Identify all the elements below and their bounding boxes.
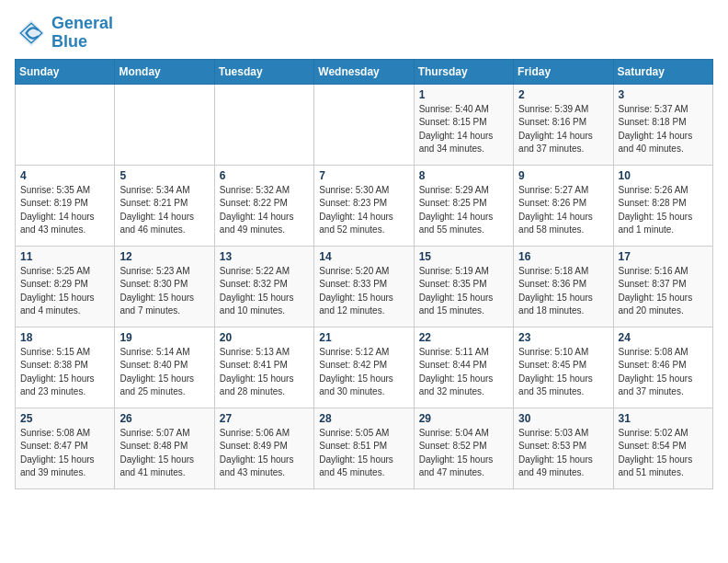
calendar-cell: 5Sunrise: 5:34 AMSunset: 8:21 PMDaylight…	[115, 165, 214, 246]
day-number: 15	[419, 250, 508, 263]
day-number: 14	[319, 250, 408, 263]
calendar-cell	[314, 84, 414, 165]
calendar-cell: 30Sunrise: 5:03 AMSunset: 8:53 PMDayligh…	[514, 408, 613, 488]
calendar-cell: 12Sunrise: 5:23 AMSunset: 8:30 PMDayligh…	[115, 246, 214, 327]
calendar-cell: 10Sunrise: 5:26 AMSunset: 8:28 PMDayligh…	[613, 165, 712, 246]
logo-text: GeneralBlue	[51, 15, 113, 52]
day-info: Sunrise: 5:10 AMSunset: 8:45 PMDaylight:…	[518, 346, 608, 399]
day-number: 23	[518, 331, 608, 344]
calendar-cell	[115, 84, 214, 165]
calendar-cell: 21Sunrise: 5:12 AMSunset: 8:42 PMDayligh…	[314, 327, 414, 408]
day-info: Sunrise: 5:08 AMSunset: 8:47 PMDaylight:…	[20, 427, 109, 480]
calendar-cell: 16Sunrise: 5:18 AMSunset: 8:36 PMDayligh…	[514, 246, 613, 327]
calendar-cell: 17Sunrise: 5:16 AMSunset: 8:37 PMDayligh…	[613, 246, 712, 327]
day-number: 22	[419, 331, 508, 344]
day-number: 5	[119, 169, 209, 182]
day-number: 1	[419, 88, 508, 101]
day-info: Sunrise: 5:30 AMSunset: 8:23 PMDaylight:…	[319, 184, 408, 237]
weekday-header-monday: Monday	[115, 59, 214, 84]
calendar-cell: 29Sunrise: 5:04 AMSunset: 8:52 PMDayligh…	[414, 408, 513, 488]
day-number: 25	[20, 412, 109, 425]
day-number: 13	[220, 250, 309, 263]
page-header: GeneralBlue	[15, 15, 713, 52]
day-number: 11	[20, 250, 109, 263]
day-info: Sunrise: 5:29 AMSunset: 8:25 PMDaylight:…	[419, 184, 508, 237]
logo-icon	[15, 17, 48, 50]
calendar-cell: 6Sunrise: 5:32 AMSunset: 8:22 PMDaylight…	[214, 165, 313, 246]
calendar-cell: 2Sunrise: 5:39 AMSunset: 8:16 PMDaylight…	[514, 84, 613, 165]
calendar-cell: 15Sunrise: 5:19 AMSunset: 8:35 PMDayligh…	[414, 246, 513, 327]
day-info: Sunrise: 5:07 AMSunset: 8:48 PMDaylight:…	[119, 427, 209, 480]
day-number: 28	[319, 412, 408, 425]
day-number: 19	[119, 331, 209, 344]
day-number: 12	[119, 250, 209, 263]
calendar-cell: 3Sunrise: 5:37 AMSunset: 8:18 PMDaylight…	[613, 84, 712, 165]
calendar-cell: 27Sunrise: 5:06 AMSunset: 8:49 PMDayligh…	[214, 408, 313, 488]
day-info: Sunrise: 5:12 AMSunset: 8:42 PMDaylight:…	[319, 346, 408, 399]
day-info: Sunrise: 5:14 AMSunset: 8:40 PMDaylight:…	[119, 346, 209, 399]
day-number: 16	[518, 250, 608, 263]
day-info: Sunrise: 5:32 AMSunset: 8:22 PMDaylight:…	[220, 184, 309, 237]
calendar-cell: 25Sunrise: 5:08 AMSunset: 8:47 PMDayligh…	[16, 408, 115, 488]
day-info: Sunrise: 5:03 AMSunset: 8:53 PMDaylight:…	[518, 427, 608, 480]
calendar-cell: 26Sunrise: 5:07 AMSunset: 8:48 PMDayligh…	[115, 408, 214, 488]
day-number: 21	[319, 331, 408, 344]
calendar-cell: 19Sunrise: 5:14 AMSunset: 8:40 PMDayligh…	[115, 327, 214, 408]
calendar-cell: 20Sunrise: 5:13 AMSunset: 8:41 PMDayligh…	[214, 327, 313, 408]
day-number: 4	[20, 169, 109, 182]
day-number: 2	[518, 88, 608, 101]
weekday-header-saturday: Saturday	[613, 59, 712, 84]
day-info: Sunrise: 5:16 AMSunset: 8:37 PMDaylight:…	[619, 265, 708, 318]
day-number: 20	[220, 331, 309, 344]
calendar-cell	[16, 84, 115, 165]
day-info: Sunrise: 5:23 AMSunset: 8:30 PMDaylight:…	[119, 265, 209, 318]
day-info: Sunrise: 5:40 AMSunset: 8:15 PMDaylight:…	[419, 103, 508, 156]
day-number: 8	[419, 169, 508, 182]
day-number: 27	[220, 412, 309, 425]
calendar-cell: 7Sunrise: 5:30 AMSunset: 8:23 PMDaylight…	[314, 165, 414, 246]
day-number: 6	[220, 169, 309, 182]
calendar-cell: 9Sunrise: 5:27 AMSunset: 8:26 PMDaylight…	[514, 165, 613, 246]
day-number: 17	[619, 250, 708, 263]
day-info: Sunrise: 5:15 AMSunset: 8:38 PMDaylight:…	[20, 346, 109, 399]
day-number: 7	[319, 169, 408, 182]
day-number: 24	[619, 331, 708, 344]
calendar-cell: 4Sunrise: 5:35 AMSunset: 8:19 PMDaylight…	[16, 165, 115, 246]
day-info: Sunrise: 5:06 AMSunset: 8:49 PMDaylight:…	[220, 427, 309, 480]
calendar-cell: 1Sunrise: 5:40 AMSunset: 8:15 PMDaylight…	[414, 84, 513, 165]
calendar-table: SundayMondayTuesdayWednesdayThursdayFrid…	[15, 59, 713, 489]
day-info: Sunrise: 5:26 AMSunset: 8:28 PMDaylight:…	[619, 184, 708, 237]
day-info: Sunrise: 5:37 AMSunset: 8:18 PMDaylight:…	[619, 103, 708, 156]
day-info: Sunrise: 5:25 AMSunset: 8:29 PMDaylight:…	[20, 265, 109, 318]
weekday-header-sunday: Sunday	[16, 59, 115, 84]
day-info: Sunrise: 5:27 AMSunset: 8:26 PMDaylight:…	[518, 184, 608, 237]
day-info: Sunrise: 5:39 AMSunset: 8:16 PMDaylight:…	[518, 103, 608, 156]
calendar-cell: 24Sunrise: 5:08 AMSunset: 8:46 PMDayligh…	[613, 327, 712, 408]
calendar-cell: 22Sunrise: 5:11 AMSunset: 8:44 PMDayligh…	[414, 327, 513, 408]
weekday-header-thursday: Thursday	[414, 59, 513, 84]
day-number: 30	[518, 412, 608, 425]
day-info: Sunrise: 5:11 AMSunset: 8:44 PMDaylight:…	[419, 346, 508, 399]
calendar-cell: 31Sunrise: 5:02 AMSunset: 8:54 PMDayligh…	[613, 408, 712, 488]
day-info: Sunrise: 5:04 AMSunset: 8:52 PMDaylight:…	[419, 427, 508, 480]
day-number: 10	[619, 169, 708, 182]
day-number: 9	[518, 169, 608, 182]
day-info: Sunrise: 5:18 AMSunset: 8:36 PMDaylight:…	[518, 265, 608, 318]
calendar-cell	[214, 84, 313, 165]
day-number: 29	[419, 412, 508, 425]
weekday-header-tuesday: Tuesday	[214, 59, 313, 84]
day-info: Sunrise: 5:20 AMSunset: 8:33 PMDaylight:…	[319, 265, 408, 318]
day-number: 26	[119, 412, 209, 425]
day-info: Sunrise: 5:08 AMSunset: 8:46 PMDaylight:…	[619, 346, 708, 399]
day-info: Sunrise: 5:22 AMSunset: 8:32 PMDaylight:…	[220, 265, 309, 318]
day-info: Sunrise: 5:19 AMSunset: 8:35 PMDaylight:…	[419, 265, 508, 318]
weekday-header-friday: Friday	[514, 59, 613, 84]
calendar-cell: 8Sunrise: 5:29 AMSunset: 8:25 PMDaylight…	[414, 165, 513, 246]
day-number: 3	[619, 88, 708, 101]
day-number: 31	[619, 412, 708, 425]
day-info: Sunrise: 5:34 AMSunset: 8:21 PMDaylight:…	[119, 184, 209, 237]
calendar-cell: 11Sunrise: 5:25 AMSunset: 8:29 PMDayligh…	[16, 246, 115, 327]
calendar-cell: 13Sunrise: 5:22 AMSunset: 8:32 PMDayligh…	[214, 246, 313, 327]
calendar-cell: 18Sunrise: 5:15 AMSunset: 8:38 PMDayligh…	[16, 327, 115, 408]
calendar-cell: 28Sunrise: 5:05 AMSunset: 8:51 PMDayligh…	[314, 408, 414, 488]
